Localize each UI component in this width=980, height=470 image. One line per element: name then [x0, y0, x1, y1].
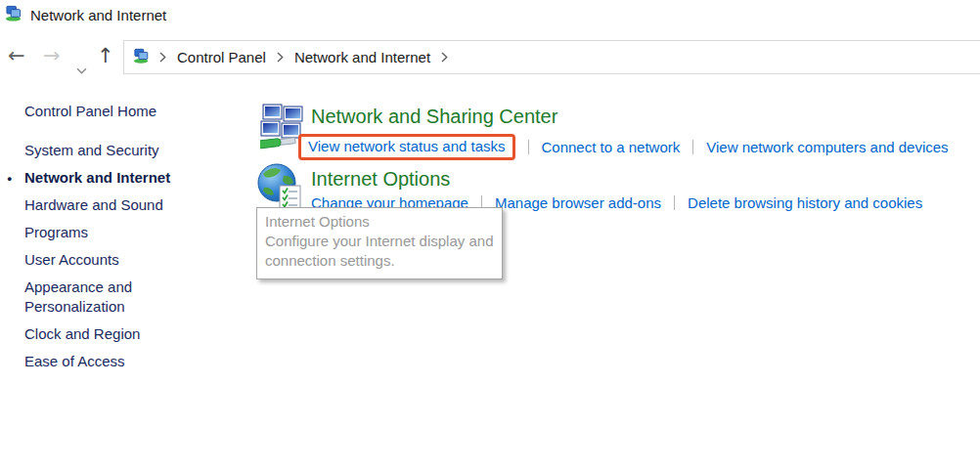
link-separator	[528, 140, 529, 154]
link-view-network-computers-and-devices[interactable]: View network computers and devices	[706, 139, 948, 155]
breadcrumb-item-control-panel[interactable]: Control Panel	[175, 47, 268, 67]
up-arrow-icon[interactable]: ↑	[97, 41, 114, 70]
link-separator	[674, 195, 675, 210]
network-sharing-links: View network status and tasks Connect to…	[298, 134, 949, 160]
link-delete-browsing-history-and-cookies[interactable]: Delete browsing history and cookies	[688, 194, 922, 211]
title-bar: Network and Internet	[5, 5, 166, 25]
sidebar-item-hardware-and-sound[interactable]: Hardware and Sound	[24, 195, 173, 215]
window-title: Network and Internet	[30, 7, 166, 23]
forward-arrow-icon[interactable]: →	[43, 41, 61, 70]
address-bar[interactable]: Control Panel Network and Internet	[123, 40, 980, 74]
link-manage-browser-add-ons[interactable]: Manage browser add-ons	[495, 194, 661, 211]
sidebar-item-network-and-internet[interactable]: Network and Internet	[24, 168, 173, 188]
tooltip-body: Configure your Internet display and conn…	[265, 232, 494, 271]
sidebar: Control Panel Home System and Security N…	[24, 102, 173, 379]
chevron-down-icon[interactable]	[76, 53, 87, 82]
tooltip-title: Internet Options	[265, 212, 494, 232]
link-view-network-status-and-tasks[interactable]: View network status and tasks	[308, 138, 506, 154]
tooltip: Internet Options Configure your Internet…	[256, 207, 503, 279]
sidebar-item-ease-of-access[interactable]: Ease of Access	[24, 352, 173, 371]
chevron-right-icon[interactable]	[277, 52, 284, 63]
sidebar-item-appearance-and-personalization[interactable]: Appearance and Personalization	[24, 278, 173, 317]
network-icon[interactable]	[133, 48, 151, 67]
sidebar-item-clock-and-region[interactable]: Clock and Region	[24, 324, 173, 344]
link-connect-to-a-network[interactable]: Connect to a network	[542, 139, 681, 155]
sidebar-item-user-accounts[interactable]: User Accounts	[24, 250, 173, 270]
sidebar-item-control-panel-home[interactable]: Control Panel Home	[24, 102, 173, 121]
link-separator	[692, 140, 693, 154]
network-icon	[5, 5, 23, 25]
back-arrow-icon[interactable]: ←	[8, 41, 25, 70]
chevron-right-icon[interactable]	[159, 52, 166, 63]
breadcrumb-item-network-and-internet[interactable]: Network and Internet	[292, 47, 432, 67]
sidebar-item-system-and-security[interactable]: System and Security	[24, 141, 173, 160]
section-title-network-sharing-center[interactable]: Network and Sharing Center	[311, 106, 557, 128]
section-title-internet-options[interactable]: Internet Options	[311, 168, 450, 191]
sidebar-item-programs[interactable]: Programs	[24, 223, 173, 242]
chevron-right-icon[interactable]	[441, 52, 448, 63]
control-panel-window: Network and Internet ← → ↑ Control Panel…	[0, 0, 980, 470]
highlight-box: View network status and tasks	[298, 134, 515, 160]
